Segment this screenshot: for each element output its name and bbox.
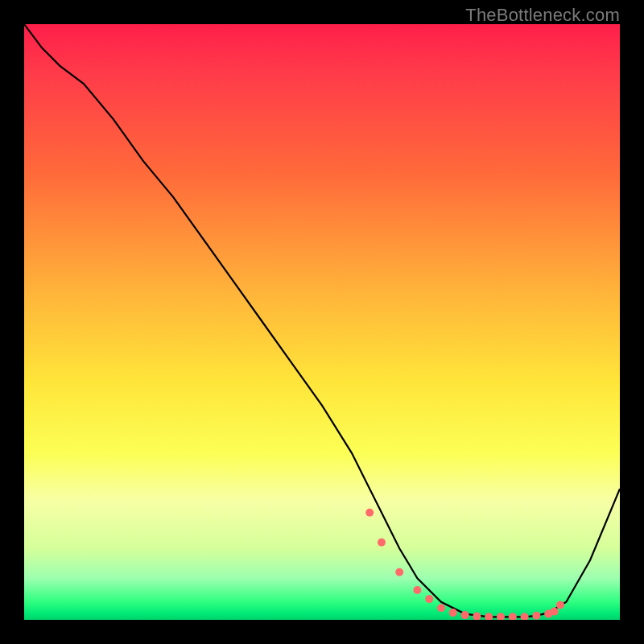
watermark-text: TheBottleneck.com (465, 5, 620, 26)
marker-point (485, 613, 493, 620)
marker-point (378, 539, 386, 547)
marker-point (437, 604, 445, 612)
curve-layer (24, 24, 620, 620)
marker-point (425, 595, 433, 603)
marker-point (449, 609, 457, 617)
chart-container: TheBottleneck.com (0, 0, 644, 644)
bottleneck-curve (24, 24, 620, 617)
marker-point (395, 568, 403, 576)
marker-point (509, 613, 517, 620)
marker-point (532, 612, 540, 620)
marker-point (365, 509, 374, 517)
marker-point (497, 613, 505, 620)
marker-point (413, 586, 421, 594)
plot-area (24, 24, 620, 620)
marker-point (551, 608, 559, 616)
marker-group (365, 509, 564, 620)
marker-point (473, 613, 481, 620)
marker-point (544, 610, 552, 618)
marker-point (556, 601, 564, 609)
marker-point (461, 611, 469, 619)
marker-point (521, 613, 529, 620)
